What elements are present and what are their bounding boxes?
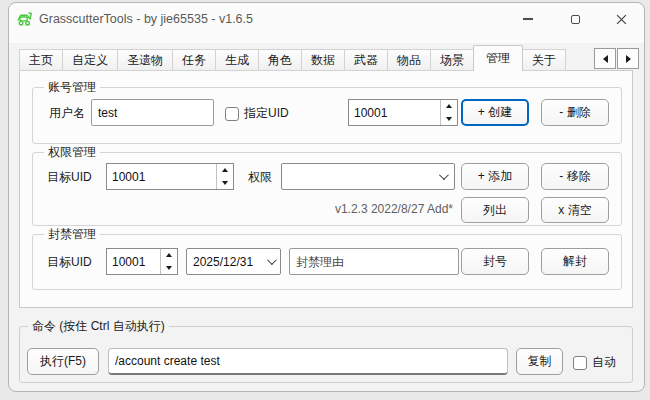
tab-home[interactable]: 主页 xyxy=(19,49,63,71)
permission-label: 权限 xyxy=(248,169,272,186)
tab-avatar[interactable]: 角色 xyxy=(259,49,302,71)
spin-down-button[interactable] xyxy=(161,262,177,275)
ban-group: 封禁管理 目标UID 2025/12/31 封号 解封 xyxy=(32,234,622,290)
delete-account-button[interactable]: - 删除 xyxy=(541,99,609,126)
tab-scroll-left-button[interactable] xyxy=(594,48,616,69)
left-arrow-icon xyxy=(603,55,608,63)
username-field-wrap xyxy=(91,99,214,126)
perm-target-uid-label: 目标UID xyxy=(47,169,92,186)
right-arrow-icon xyxy=(626,55,631,63)
ban-button[interactable]: 封号 xyxy=(461,248,529,275)
checkbox-box-icon xyxy=(573,356,587,370)
command-input[interactable] xyxy=(109,349,507,373)
minimize-button[interactable] xyxy=(505,4,550,34)
specify-uid-checkbox[interactable]: 指定UID xyxy=(225,105,289,122)
permission-group-title: 权限管理 xyxy=(44,144,100,161)
tab-about[interactable]: 关于 xyxy=(523,49,566,71)
up-arrow-icon xyxy=(166,253,172,257)
spinner-buttons xyxy=(160,249,177,274)
titlebar: GrasscutterTools - by jie65535 - v1.6.5 xyxy=(9,3,644,43)
create-account-button[interactable]: + 创建 xyxy=(461,99,529,126)
copy-command-button[interactable]: 复制 xyxy=(516,348,563,375)
account-uid-spinner xyxy=(348,99,458,126)
chevron-down-icon xyxy=(439,170,449,180)
username-label: 用户名 xyxy=(49,105,85,122)
tab-item[interactable]: 物品 xyxy=(388,49,431,71)
perm-uid-input[interactable] xyxy=(107,164,216,189)
tab-spawn[interactable]: 生成 xyxy=(216,49,259,71)
close-icon xyxy=(616,14,627,25)
management-tab-page: 账号管理 用户名 指定UID + 创建 - 删除 权限管理 目标UID xyxy=(19,70,633,308)
checkbox-box-icon xyxy=(225,107,239,121)
permission-combobox[interactable] xyxy=(281,163,455,190)
username-input[interactable] xyxy=(92,100,213,125)
down-arrow-icon xyxy=(446,117,452,121)
auto-execute-label: 自动 xyxy=(592,354,616,371)
add-permission-button[interactable]: + 添加 xyxy=(461,163,529,190)
command-group: 命令 (按住 Ctrl 自动执行) 执行(F5) 复制 自动 xyxy=(19,326,633,383)
clear-permission-button[interactable]: x 清空 xyxy=(541,197,609,223)
tab-scroll-right-button[interactable] xyxy=(617,48,639,69)
command-group-title: 命令 (按住 Ctrl 自动执行) xyxy=(28,318,169,335)
tab-artifact[interactable]: 圣遗物 xyxy=(118,49,173,71)
app-window: GrasscutterTools - by jie65535 - v1.6.5 … xyxy=(8,2,645,392)
run-command-button[interactable]: 执行(F5) xyxy=(27,348,99,375)
window-title: GrasscutterTools - by jie65535 - v1.6.5 xyxy=(39,12,253,26)
tab-weapon[interactable]: 武器 xyxy=(345,49,388,71)
down-arrow-icon xyxy=(166,266,172,270)
spin-up-button[interactable] xyxy=(441,100,457,113)
permission-group: 权限管理 目标UID 权限 + 添加 - 移除 v1.2.3 2022/8/27… xyxy=(32,152,622,226)
perm-uid-spinner xyxy=(106,163,234,190)
ban-reason-field-wrap xyxy=(289,248,459,275)
down-arrow-icon xyxy=(222,181,228,185)
spin-down-button[interactable] xyxy=(441,113,457,126)
remove-permission-button[interactable]: - 移除 xyxy=(541,163,609,190)
maximize-icon xyxy=(571,15,580,24)
auto-execute-checkbox[interactable]: 自动 xyxy=(573,354,616,371)
ban-reason-input[interactable] xyxy=(290,249,458,274)
tab-data[interactable]: 数据 xyxy=(302,49,345,71)
tab-quest[interactable]: 任务 xyxy=(173,49,216,71)
chevron-down-icon xyxy=(267,255,277,265)
ban-date-value: 2025/12/31 xyxy=(193,255,253,269)
permission-version-note: v1.2.3 2022/8/27 Add* xyxy=(268,202,453,216)
account-uid-input[interactable] xyxy=(349,100,440,125)
ban-date-picker[interactable]: 2025/12/31 xyxy=(186,248,281,275)
list-permission-button[interactable]: 列出 xyxy=(461,197,529,223)
ban-uid-input[interactable] xyxy=(107,249,160,274)
ban-uid-spinner xyxy=(106,248,178,275)
account-group-title: 账号管理 xyxy=(44,79,100,96)
command-field-wrap xyxy=(108,348,508,375)
tab-custom[interactable]: 自定义 xyxy=(63,49,118,71)
spinner-buttons xyxy=(216,164,233,189)
specify-uid-label: 指定UID xyxy=(244,105,289,122)
grasscutter-logo-icon xyxy=(16,10,33,27)
tab-scene[interactable]: 场景 xyxy=(431,49,474,71)
spin-up-button[interactable] xyxy=(161,249,177,262)
maximize-button[interactable] xyxy=(553,4,598,34)
tab-strip: 主页自定义圣遗物任务生成角色数据武器物品场景管理关于 xyxy=(19,45,566,71)
spin-up-button[interactable] xyxy=(217,164,233,177)
up-arrow-icon xyxy=(222,168,228,172)
spin-down-button[interactable] xyxy=(217,177,233,190)
ban-target-uid-label: 目标UID xyxy=(47,254,92,271)
tab-management[interactable]: 管理 xyxy=(473,45,523,71)
spinner-buttons xyxy=(440,100,457,125)
close-button[interactable] xyxy=(599,4,644,34)
account-group: 账号管理 用户名 指定UID + 创建 - 删除 xyxy=(32,87,622,144)
unban-button[interactable]: 解封 xyxy=(541,248,609,275)
minimize-icon xyxy=(523,18,533,19)
ban-group-title: 封禁管理 xyxy=(44,226,100,243)
up-arrow-icon xyxy=(446,104,452,108)
